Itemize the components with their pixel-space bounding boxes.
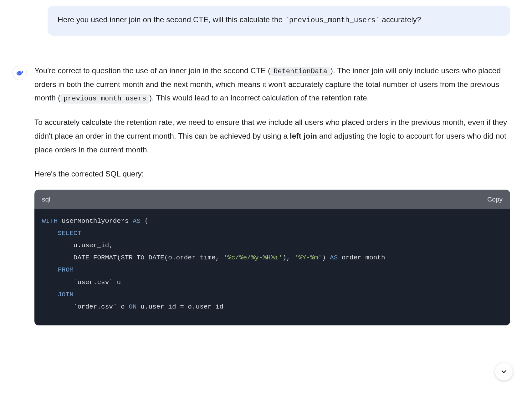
- string: '%Y-%m': [294, 254, 322, 261]
- identifier: u.user_id,: [74, 242, 113, 249]
- bold-text: left join: [290, 132, 317, 140]
- punct: ),: [283, 254, 290, 261]
- identifier: o.user_id: [188, 303, 223, 310]
- kw-with: WITH: [42, 217, 58, 225]
- assistant-paragraph: You're correct to question the use of an…: [34, 64, 510, 105]
- assistant-message: You're correct to question the use of an…: [13, 64, 510, 325]
- punct: =: [180, 303, 184, 310]
- identifier: u: [117, 279, 121, 286]
- inline-code: RetentionData: [270, 67, 330, 76]
- text: You're correct to question the use of an…: [34, 66, 270, 75]
- identifier: order_month: [342, 254, 385, 261]
- kw-select: SELECT: [58, 230, 81, 237]
- user-message: Here you used inner join on the second C…: [48, 6, 510, 36]
- code-header: sql Copy: [34, 190, 510, 209]
- assistant-body: You're correct to question the use of an…: [34, 64, 510, 325]
- scroll-to-bottom-button[interactable]: [495, 363, 513, 380]
- kw-join: JOIN: [58, 291, 73, 298]
- copy-button[interactable]: Copy: [487, 193, 503, 205]
- identifier: u.user_id: [141, 303, 176, 310]
- code-body[interactable]: WITH UserMonthlyOrders AS ( SELECT u.use…: [34, 209, 510, 325]
- avatar: [13, 66, 27, 80]
- identifier: `order.csv`: [74, 303, 117, 310]
- string: '%c/%e/%y-%H%i': [223, 254, 283, 261]
- kw-as: AS: [330, 254, 338, 261]
- identifier: `user.csv`: [74, 279, 113, 286]
- user-text: Here you used inner join on the second C…: [58, 15, 285, 24]
- identifier: o: [121, 303, 125, 310]
- identifier: UserMonthlyOrders: [62, 217, 129, 225]
- inline-code: `previous_month_users`: [285, 16, 380, 24]
- inline-code: previous_month_users: [60, 94, 149, 104]
- func: DATE_FORMAT: [74, 254, 117, 261]
- kw-on: ON: [129, 303, 136, 310]
- code-language-label: sql: [42, 193, 50, 205]
- assistant-paragraph: Here's the corrected SQL query:: [34, 167, 510, 181]
- assistant-paragraph: To accurately calculate the retention ra…: [34, 115, 510, 156]
- kw-as: AS: [133, 217, 141, 225]
- chevron-down-icon: [500, 368, 508, 375]
- text: ). This would lead to an incorrect calcu…: [149, 94, 369, 102]
- user-text-tail: accurately?: [380, 15, 421, 24]
- punct: (: [145, 217, 149, 225]
- identifier: o.order_time,: [168, 254, 219, 261]
- punct: ): [322, 254, 326, 261]
- func: STR_TO_DATE: [121, 254, 164, 261]
- whale-icon: [15, 69, 24, 77]
- kw-from: FROM: [58, 266, 73, 273]
- code-block: sql Copy WITH UserMonthlyOrders AS ( SEL…: [34, 190, 510, 325]
